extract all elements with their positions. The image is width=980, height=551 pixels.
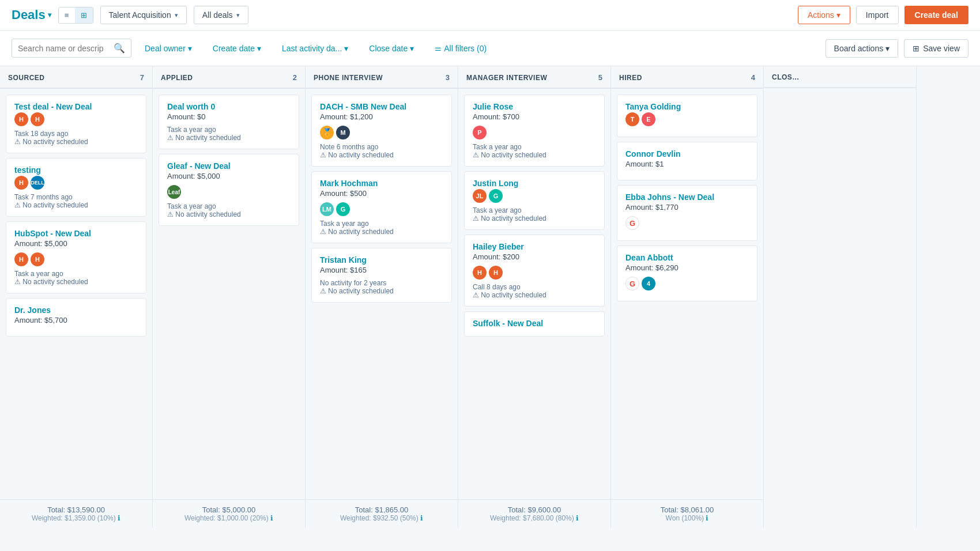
search-input[interactable]: [18, 44, 110, 53]
close-date-caret-icon: ▾: [410, 44, 414, 53]
deal-card[interactable]: Suffolk - New Deal: [464, 311, 605, 337]
col-weighted: Weighted: $7,680.00 (80%) ℹ: [466, 514, 602, 522]
warning-icon: ⚠: [167, 134, 174, 142]
card-amount: Amount: $1: [625, 160, 749, 168]
column-closed: CLOS…: [764, 66, 917, 528]
info-icon: ℹ: [270, 514, 273, 522]
column-applied: APPLIED 2 Deal worth 0 Amount: $0 Task a…: [153, 66, 306, 528]
col-total: Total: $5,000.00: [161, 505, 297, 514]
warning-icon: ⚠: [473, 291, 479, 299]
view-toggle: ≡ ⊞: [58, 7, 93, 24]
card-avatars: Leaf: [167, 185, 291, 199]
deals-title[interactable]: Deals ▾: [12, 7, 51, 22]
card-title: Connor Devlin: [625, 149, 749, 158]
col-title-hired: HIRED: [619, 74, 642, 82]
card-no-activity: ⚠ No activity scheduled: [14, 138, 138, 146]
avatar: H: [31, 252, 44, 266]
board-actions-button[interactable]: Board actions ▾: [826, 39, 899, 58]
grid-view-button[interactable]: ⊞: [75, 7, 93, 23]
col-cards-manager-interview: Julie Rose Amount: $700 P Task a year ag…: [458, 89, 610, 499]
card-no-activity: ⚠ No activity scheduled: [473, 214, 596, 222]
card-activity: Task 18 days ago: [14, 130, 138, 138]
deal-card[interactable]: Tristan King Amount: $165 No activity fo…: [311, 248, 452, 303]
warning-icon: ⚠: [320, 287, 326, 295]
deal-card[interactable]: HubSpot - New Deal Amount: $5,000 HH Tas…: [6, 221, 146, 293]
card-title: Hailey Bieber: [473, 242, 596, 251]
search-icon: 🔍: [114, 43, 125, 54]
create-date-label: Create date: [213, 44, 255, 53]
save-view-label: Save view: [923, 44, 960, 53]
deals-filter-dropdown[interactable]: All deals ▾: [194, 6, 248, 24]
deal-card[interactable]: Mark Hochman Amount: $500 LMG Task a yea…: [311, 171, 452, 243]
col-cards-closed: [764, 88, 916, 528]
card-title: Tanya Golding: [625, 102, 749, 111]
card-avatars: G4: [625, 277, 749, 290]
actions-label: Actions: [808, 10, 834, 20]
card-no-activity: ⚠ No activity scheduled: [320, 287, 443, 295]
deal-card[interactable]: Dean Abbott Amount: $6,290 G4: [617, 246, 757, 301]
col-footer-hired: Total: $8,061.00 Won (100%) ℹ: [611, 499, 763, 528]
column-manager-interview: MANAGER INTERVIEW 5 Julie Rose Amount: $…: [458, 66, 611, 528]
top-bar: Deals ▾ ≡ ⊞ Talent Acquisition ▾ All dea…: [0, 0, 980, 31]
col-count-hired: 4: [751, 73, 755, 82]
col-total: Total: $13,590.00: [8, 505, 144, 514]
card-activity: Task a year ago: [167, 202, 291, 210]
card-avatars: P: [473, 126, 596, 139]
create-date-caret-icon: ▾: [257, 44, 261, 53]
card-activity: Task a year ago: [167, 126, 291, 134]
deal-card[interactable]: Tanya Golding TE: [617, 95, 757, 137]
list-view-button[interactable]: ≡: [59, 7, 75, 23]
deal-card[interactable]: Deal worth 0 Amount: $0 Task a year ago⚠…: [159, 95, 299, 149]
card-title: Suffolk - New Deal: [473, 319, 596, 328]
col-footer-applied: Total: $5,000.00 Weighted: $1,000.00 (20…: [153, 499, 305, 528]
create-deal-button[interactable]: Create deal: [904, 6, 968, 24]
deal-card[interactable]: Gleaf - New Deal Amount: $5,000 Leaf Tas…: [159, 154, 299, 226]
deal-card[interactable]: Dr. Jones Amount: $5,700: [6, 298, 146, 337]
avatar: G: [625, 216, 639, 230]
import-button[interactable]: Import: [856, 6, 899, 24]
save-view-button[interactable]: ⊞ Save view: [904, 39, 968, 58]
board-actions-label: Board actions: [834, 44, 884, 53]
deal-card[interactable]: testing HDELL Task 7 months ago⚠ No acti…: [6, 158, 146, 217]
avatar: H: [14, 112, 28, 126]
deal-card[interactable]: Hailey Bieber Amount: $200 HH Call 8 day…: [464, 235, 605, 307]
warning-icon: ⚠: [473, 151, 479, 159]
col-total: Total: $8,061.00: [619, 505, 755, 514]
avatar: JL: [473, 189, 487, 203]
col-header-manager-interview: MANAGER INTERVIEW 5: [458, 66, 610, 89]
card-title: Test deal - New Deal: [14, 102, 138, 111]
deal-card[interactable]: DACH - SMB New Deal Amount: $1,200 🏅M No…: [311, 95, 452, 167]
col-cards-phone-interview: DACH - SMB New Deal Amount: $1,200 🏅M No…: [306, 89, 458, 499]
deal-owner-filter[interactable]: Deal owner ▾: [137, 40, 199, 57]
col-cards-sourced: Test deal - New Deal HH Task 18 days ago…: [0, 89, 152, 499]
card-no-activity: ⚠ No activity scheduled: [167, 210, 291, 218]
create-date-filter[interactable]: Create date ▾: [205, 40, 269, 57]
deal-card[interactable]: Ebba Johns - New Deal Amount: $1,770 G: [617, 185, 757, 241]
info-icon: ℹ: [706, 514, 708, 522]
last-activity-filter[interactable]: Last activity da... ▾: [274, 40, 356, 57]
card-no-activity: ⚠ No activity scheduled: [320, 151, 443, 159]
search-box[interactable]: 🔍: [12, 39, 131, 58]
filter-lines-icon: ⚌: [435, 44, 442, 52]
col-total: Total: $1,865.00: [314, 505, 450, 514]
deal-card[interactable]: Test deal - New Deal HH Task 18 days ago…: [6, 95, 146, 153]
actions-button[interactable]: Actions ▾: [798, 6, 850, 24]
card-amount: Amount: $700: [473, 112, 596, 121]
avatar: H: [14, 252, 28, 266]
card-title: Ebba Johns - New Deal: [625, 193, 749, 202]
pipeline-dropdown[interactable]: Talent Acquisition ▾: [100, 6, 187, 24]
avatar: 🏅: [320, 126, 334, 139]
card-title: Justin Long: [473, 179, 596, 188]
info-icon: ℹ: [118, 514, 120, 522]
deal-card[interactable]: Julie Rose Amount: $700 P Task a year ag…: [464, 95, 605, 167]
card-activity: Task a year ago: [14, 270, 138, 278]
col-total: Total: $9,600.00: [466, 505, 602, 514]
all-filters-button[interactable]: ⚌ All filters (0): [427, 40, 494, 57]
card-title: HubSpot - New Deal: [14, 229, 138, 238]
deal-card[interactable]: Justin Long JLG Task a year ago⚠ No acti…: [464, 171, 605, 230]
deal-card[interactable]: Connor Devlin Amount: $1: [617, 142, 757, 180]
last-activity-label: Last activity da...: [282, 44, 342, 53]
col-weighted: Won (100%) ℹ: [619, 514, 755, 522]
close-date-filter[interactable]: Close date ▾: [361, 40, 421, 57]
avatar: G: [625, 277, 639, 290]
